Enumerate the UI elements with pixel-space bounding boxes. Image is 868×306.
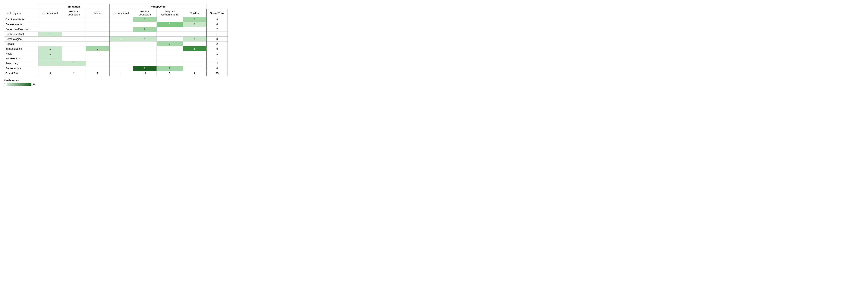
data-cell: 1 [38,61,62,66]
row-total: 1 [207,51,227,56]
data-cell [110,41,133,46]
data-cell: 1 [133,37,157,41]
data-cell [86,66,109,71]
data-cell [38,17,62,22]
grand-total-cell: 4 [38,71,62,76]
data-cell [183,32,207,37]
grand-total-header: Grand Total [207,9,227,17]
data-cell: 1 [38,46,62,51]
inh-gen-header: General population [62,9,86,17]
data-cell [86,27,109,32]
data-cell [157,27,183,32]
data-cell [133,32,157,37]
table-row: Immunological1258 [4,46,228,51]
row-total: 4 [207,22,227,27]
data-cell: 2 [183,17,207,22]
data-cell [86,51,109,56]
data-cell: 1 [183,22,207,27]
chart-container: Inhalation Nonspecific Health system Occ… [4,4,228,86]
data-cell: 2 [133,27,157,32]
grand-total-row: Grand Total4121117935 [4,71,228,76]
data-cell: 2 [86,46,109,51]
row-label: Hematological [4,37,38,41]
data-cell [133,22,157,27]
data-cell [110,17,133,22]
grand-total-cell: 11 [133,71,157,76]
data-cell [133,56,157,61]
data-cell [157,32,183,37]
data-cell [110,56,133,61]
data-cell [157,37,183,41]
data-cell [157,46,183,51]
data-cell [38,41,62,46]
row-total: 4 [207,17,227,22]
row-label: Nasal [4,51,38,56]
corner-cell [4,4,38,9]
legend-gradient [7,83,32,86]
data-cell [86,41,109,46]
data-cell: 2 [133,17,157,22]
inh-chi-header: Children [86,9,109,17]
grand-total-cell: 1 [110,71,133,76]
grand-total-cell: 1 [62,71,86,76]
data-cell [110,22,133,27]
row-label: Neurological [4,56,38,61]
data-cell [86,61,109,66]
data-cell [62,37,86,41]
data-cell [62,22,86,27]
header-row-groups: Inhalation Nonspecific [4,4,228,9]
data-cell [110,51,133,56]
data-cell [183,66,207,71]
grand-total-empty-header [207,4,227,9]
legend-container: # references [4,79,228,82]
data-cell [157,51,183,56]
grand-total-row-label: Grand Total [4,71,38,76]
data-cell [183,27,207,32]
data-cell [110,27,133,32]
data-cell [110,32,133,37]
row-label: Immunological [4,46,38,51]
row-label: Developmental [4,22,38,27]
inh-occ-header: Occupational [38,9,62,17]
table-row: Hematological1113 [4,37,228,41]
data-cell [62,51,86,56]
data-cell [62,66,86,71]
grand-total-cell: 2 [86,71,109,76]
row-total: 3 [207,37,227,41]
data-cell [86,17,109,22]
header-row-cols: Health system Occupational General popul… [4,9,228,17]
row-total: 2 [207,41,227,46]
row-label: Gastrointestinal [4,32,38,37]
legend-max-label: 6 [33,83,35,86]
data-cell: 2 [157,66,183,71]
data-cell [157,61,183,66]
non-preg-header: Pregnant women/infants [157,9,183,17]
grand-total-cell: 7 [157,71,183,76]
data-cell: 3 [157,22,183,27]
row-label: Cardiometabolic [4,17,38,22]
data-cell [38,27,62,32]
data-cell: 1 [183,37,207,41]
legend-min-label: 1 [4,83,5,86]
data-cell: 6 [133,66,157,71]
data-cell: 5 [183,46,207,51]
data-cell [62,56,86,61]
data-cell [62,41,86,46]
row-total: 2 [207,61,227,66]
table-row: Gastrointestinal11 [4,32,228,37]
row-total: 8 [207,46,227,51]
data-cell [86,37,109,41]
non-gen-header: General population [133,9,157,17]
data-cell [86,32,109,37]
grand-total-cell: 9 [183,71,207,76]
non-chi-header: Children [183,9,207,17]
table-body: Cardiometabolic224Developmental314Endocr… [4,17,228,76]
table-row: Pulmonary112 [4,61,228,66]
data-cell [86,56,109,61]
table-row: Neurological11 [4,56,228,61]
table-row: Hepatic22 [4,41,228,46]
row-total: 2 [207,27,227,32]
data-cell: 1 [38,51,62,56]
data-cell [62,27,86,32]
data-cell [157,17,183,22]
